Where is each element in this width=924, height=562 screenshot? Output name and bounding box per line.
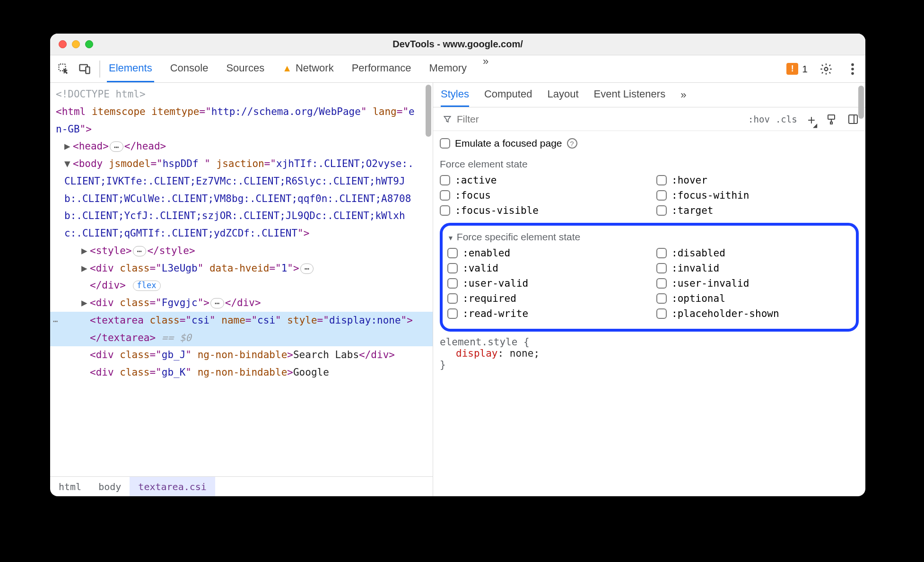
checkbox[interactable] xyxy=(656,190,667,201)
issues-badge[interactable]: ! 1 xyxy=(786,63,808,75)
dom-head[interactable]: ▶<head>⋯</head> xyxy=(56,138,433,155)
scrollbar[interactable] xyxy=(424,83,433,476)
scrollbar[interactable] xyxy=(857,131,865,496)
tab-network[interactable]: ▲Network xyxy=(280,55,335,82)
expand-triangle-icon[interactable]: ▼ xyxy=(64,155,73,173)
dom-div-gbk[interactable]: <div class="gb_K" ng-non-bindable>Google xyxy=(56,364,433,381)
state-focus-within[interactable]: :focus-within xyxy=(656,190,859,201)
checkbox[interactable] xyxy=(447,248,458,258)
expand-triangle-icon[interactable]: ▶ xyxy=(64,138,73,155)
paint-icon[interactable] xyxy=(826,114,837,125)
filter-input-wrapper xyxy=(438,112,741,127)
state-enabled[interactable]: :enabled xyxy=(447,247,642,259)
breadcrumb-html[interactable]: html xyxy=(50,477,90,496)
new-style-rule-icon[interactable]: +◢ xyxy=(808,113,815,128)
inspect-element-icon[interactable] xyxy=(56,61,72,77)
ellipsis-pill-icon[interactable]: ⋯ xyxy=(300,263,314,274)
ellipsis-pill-icon[interactable]: ⋯ xyxy=(133,246,147,256)
hov-toggle[interactable]: :hov xyxy=(748,114,770,124)
settings-gear-icon[interactable] xyxy=(818,61,834,77)
tab-performance[interactable]: Performance xyxy=(350,55,413,82)
tab-layout[interactable]: Layout xyxy=(547,83,578,107)
tab-event-listeners[interactable]: Event Listeners xyxy=(594,83,666,107)
force-state-grid: :active :hover :focus :focus-within :foc… xyxy=(440,173,859,221)
checkbox[interactable] xyxy=(656,263,667,273)
state-user-valid[interactable]: :user-valid xyxy=(447,278,642,289)
dom-style-node[interactable]: ▶<style>⋯</style> xyxy=(56,242,433,260)
more-tabs-chevron-icon[interactable]: » xyxy=(483,55,488,82)
kebab-menu-icon[interactable] xyxy=(845,61,861,77)
state-active[interactable]: :active xyxy=(440,175,642,186)
dom-div-gbj[interactable]: <div class="gb_J" ng-non-bindable>Search… xyxy=(56,346,433,364)
checkbox[interactable] xyxy=(440,175,450,185)
state-read-write[interactable]: :read-write xyxy=(447,308,642,319)
checkbox[interactable] xyxy=(447,293,458,304)
dom-html-open[interactable]: <html itemscope itemtype="http://schema.… xyxy=(56,103,433,138)
tab-memory[interactable]: Memory xyxy=(427,55,469,82)
checkbox[interactable] xyxy=(440,205,450,216)
dom-doctype[interactable]: <!DOCTYPE html> xyxy=(56,86,433,103)
breadcrumb-textarea[interactable]: textarea.csi xyxy=(130,477,215,496)
svg-point-5 xyxy=(851,68,854,70)
tab-styles[interactable]: Styles xyxy=(441,83,469,107)
checkbox[interactable] xyxy=(447,263,458,273)
state-focus-visible[interactable]: :focus-visible xyxy=(440,205,642,216)
more-tabs-chevron-icon[interactable]: » xyxy=(680,89,686,101)
tab-label: Elements xyxy=(109,62,152,74)
expand-triangle-icon[interactable]: ▶ xyxy=(81,294,90,312)
expand-triangle-icon[interactable]: ▶ xyxy=(81,242,90,260)
checkbox[interactable] xyxy=(440,190,450,201)
device-toolbar-icon[interactable] xyxy=(77,61,93,77)
maximize-icon[interactable] xyxy=(85,40,93,48)
tab-computed[interactable]: Computed xyxy=(484,83,532,107)
expand-triangle-icon[interactable]: ▶ xyxy=(81,260,90,277)
help-icon[interactable]: ? xyxy=(567,138,577,149)
filter-input[interactable] xyxy=(457,114,737,125)
state-invalid[interactable]: :invalid xyxy=(656,263,851,274)
checkbox[interactable] xyxy=(656,248,667,258)
dom-div-close[interactable]: </div> flex xyxy=(56,277,433,294)
force-specific-heading[interactable]: Force specific element state xyxy=(447,228,851,246)
tab-sources[interactable]: Sources xyxy=(224,55,266,82)
dom-div-fgvgjc[interactable]: ▶<div class="Fgvgjc">⋯</div> xyxy=(56,294,433,312)
tab-elements[interactable]: Elements xyxy=(107,55,154,82)
minimize-icon[interactable] xyxy=(72,40,80,48)
gutter-dots-icon[interactable]: ⋯ xyxy=(53,314,58,329)
css-property[interactable]: display xyxy=(456,348,498,359)
state-user-invalid[interactable]: :user-invalid xyxy=(656,278,851,289)
checkbox[interactable] xyxy=(656,278,667,289)
traffic-lights xyxy=(59,40,93,48)
ellipsis-pill-icon[interactable]: ⋯ xyxy=(110,141,123,152)
dom-text: Search Labs xyxy=(293,349,359,360)
state-disabled[interactable]: :disabled xyxy=(656,247,851,259)
dom-body-open[interactable]: ▼<body jsmodel="hspDDf " jsaction="xjhTI… xyxy=(56,155,433,242)
flex-badge[interactable]: flex xyxy=(133,281,161,291)
dom-div-l3eugb[interactable]: ▶<div class="L3eUgb" data-hveid="1">⋯ xyxy=(56,260,433,277)
css-value[interactable]: none xyxy=(510,348,534,359)
dom-selected-row[interactable]: ⋯ <textarea class="csi" name="csi" style… xyxy=(50,312,433,347)
checkbox[interactable] xyxy=(656,205,667,216)
element-style-rule[interactable]: element.style { display: none; } xyxy=(440,336,859,370)
window-titlebar: DevTools - www.google.com/ xyxy=(50,34,865,55)
state-focus[interactable]: :focus xyxy=(440,190,642,201)
breadcrumb-body[interactable]: body xyxy=(90,477,130,496)
checkbox[interactable] xyxy=(656,293,667,304)
checkbox[interactable] xyxy=(447,278,458,289)
ellipsis-pill-icon[interactable]: ⋯ xyxy=(210,298,224,308)
state-optional[interactable]: :optional xyxy=(656,293,851,304)
state-hover[interactable]: :hover xyxy=(656,175,859,186)
checkbox[interactable] xyxy=(656,308,667,319)
close-icon[interactable] xyxy=(59,40,67,48)
dom-tree[interactable]: <!DOCTYPE html> <html itemscope itemtype… xyxy=(50,83,433,384)
checkbox[interactable] xyxy=(447,308,458,319)
cls-toggle[interactable]: .cls xyxy=(776,114,797,124)
emulate-checkbox[interactable] xyxy=(440,138,450,149)
state-required[interactable]: :required xyxy=(447,293,642,304)
issues-badge-icon: ! xyxy=(786,63,798,75)
state-target[interactable]: :target xyxy=(656,205,859,216)
main-tabs: Elements Console Sources ▲Network Perfor… xyxy=(107,55,786,82)
state-valid[interactable]: :valid xyxy=(447,263,642,274)
checkbox[interactable] xyxy=(656,175,667,185)
state-placeholder-shown[interactable]: :placeholder-shown xyxy=(656,308,851,319)
tab-console[interactable]: Console xyxy=(168,55,210,82)
